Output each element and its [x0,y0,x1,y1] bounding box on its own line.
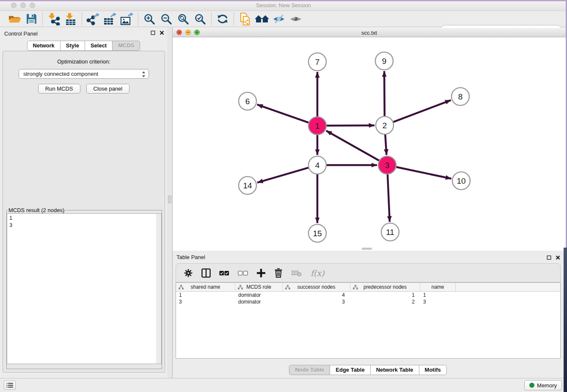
export-table-button[interactable] [102,12,118,26]
function-builder-icon: f(x) [311,268,325,278]
import-table-button[interactable] [62,12,79,26]
node-label: 1 [315,121,320,130]
column-header-predecessor-nodes[interactable]: predecessor nodes [350,283,420,291]
cell-predecessor-nodes[interactable]: 2 [350,298,420,305]
node-10[interactable]: 10 [452,172,470,190]
edge-4-14[interactable] [257,168,308,182]
tab-network-table[interactable]: Network Table [370,365,419,375]
add-column-icon[interactable] [256,268,266,278]
node-6[interactable]: 6 [239,92,256,110]
cell-successor-nodes[interactable]: 3 [283,298,350,305]
mcds-result-box: MCDS result (2 nodes) 1 3 [6,207,162,369]
memory-button[interactable]: Memory [524,380,562,390]
edge-3-10[interactable] [396,167,451,179]
panel-splitter[interactable] [167,27,173,378]
node-1[interactable]: 1 [308,117,326,135]
zoom-selected-button[interactable] [192,12,209,26]
tab-select[interactable]: Select [85,41,113,51]
zoom-in-icon [143,13,155,25]
select-all-columns-icon[interactable] [219,270,229,276]
cell-shared-name[interactable]: 1 [176,292,235,298]
tab-style[interactable]: Style [60,41,85,51]
edge-3-11[interactable] [388,174,390,222]
result-item[interactable]: 3 [9,221,161,229]
zoom-fit-button[interactable] [175,12,192,26]
cell-name[interactable]: 3 [420,298,456,305]
tab-mcds[interactable]: MCDS [112,41,140,51]
tab-node-table[interactable]: Node Table [289,365,330,375]
toolbar-separator [82,13,82,25]
cell-mcds-role[interactable]: dominator [235,292,283,298]
open-session-button[interactable] [6,12,23,26]
node-7[interactable]: 7 [308,53,326,71]
cell-successor-nodes[interactable]: 4 [283,292,350,298]
edge-3-1[interactable] [326,131,379,160]
node-2[interactable]: 2 [376,116,394,134]
network-canvas[interactable]: 7968124314101511 [173,37,566,251]
tab-network[interactable]: Network [27,41,61,51]
node-table[interactable]: shared name MCDS role successor nodes pr… [176,282,561,359]
run-mcds-button[interactable]: Run MCDS [38,84,80,94]
splitter-grip[interactable] [168,196,171,203]
close-panel-button[interactable]: Close panel [86,84,130,94]
node-label: 4 [315,161,320,170]
column-header-successor-nodes[interactable]: successor nodes [283,283,350,291]
edge-2-8[interactable] [394,100,451,122]
node-9[interactable]: 9 [375,52,393,70]
settings-gear-icon[interactable] [184,268,193,278]
export-image-button[interactable] [118,12,135,26]
refresh-layout-button[interactable] [214,12,231,26]
edge-1-2[interactable] [327,125,374,126]
export-image-icon [120,13,134,25]
edge-2-3[interactable] [385,135,386,155]
result-scrollbar-track[interactable] [156,214,161,364]
float-panel-icon[interactable] [151,30,155,35]
export-network-button[interactable] [85,12,102,26]
node-15[interactable]: 15 [308,224,326,242]
edge-2-9[interactable] [384,71,385,116]
result-item[interactable]: 1 [9,214,161,221]
column-header-mcds-role[interactable]: MCDS role [235,283,283,291]
float-panel-icon[interactable] [547,255,551,260]
cell-predecessor-nodes[interactable]: 1 [350,292,420,298]
tab-motifs[interactable]: Motifs [419,365,447,375]
status-bar: Memory [0,378,567,392]
import-network-button[interactable] [45,12,62,26]
network-hscrollbar[interactable] [362,248,372,250]
delete-column-icon[interactable] [274,268,283,278]
column-header-name[interactable]: name [420,283,456,291]
refresh-icon [216,13,229,25]
desktop-edge [564,248,567,392]
table-row[interactable]: 1 dominator 4 1 1 [176,292,560,298]
hide-selected-button[interactable] [270,12,287,26]
first-neighbors-button[interactable] [253,12,270,26]
node-8[interactable]: 8 [451,88,469,105]
task-history-button[interactable] [4,381,16,390]
show-all-button[interactable] [287,12,304,26]
copy-network-icon [239,12,251,26]
cell-mcds-role[interactable]: dominator [235,298,283,305]
close-panel-icon[interactable] [556,255,560,260]
mcds-result-list[interactable]: 1 3 [7,213,162,364]
zoom-out-button[interactable] [158,12,175,26]
tab-edge-table[interactable]: Edge Table [330,365,370,375]
close-panel-icon[interactable] [160,30,164,35]
cell-name[interactable]: 1 [420,292,456,298]
cell-shared-name[interactable]: 3 [176,298,235,305]
node-11[interactable]: 11 [381,223,399,241]
toolbar-separator [42,13,43,25]
edge-1-6[interactable] [257,105,309,123]
column-header-shared-name[interactable]: shared name [176,283,235,291]
node-14[interactable]: 14 [239,177,256,194]
node-4[interactable]: 4 [308,156,326,174]
node-label: 15 [313,229,322,238]
criterion-select[interactable]: strongly connected component [19,69,149,79]
zoom-in-button[interactable] [141,12,158,26]
save-session-button[interactable] [23,12,40,26]
deselect-all-columns-icon[interactable] [238,270,248,276]
network-graph[interactable]: 7968124314101511 [173,37,566,251]
node-3[interactable]: 3 [378,156,396,174]
copy-network-button[interactable] [237,12,253,26]
column-layout-icon[interactable] [201,268,211,278]
table-row[interactable]: 3 dominator 3 2 3 [176,298,560,305]
